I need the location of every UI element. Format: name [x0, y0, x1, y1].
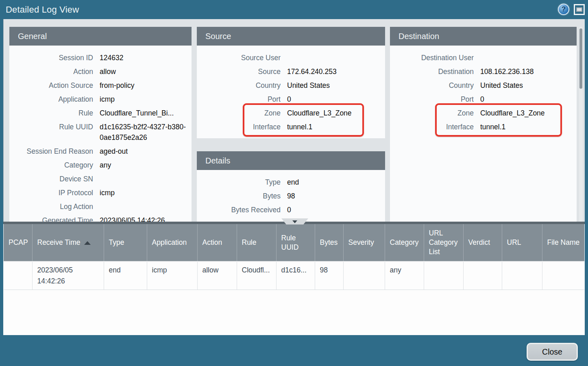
- field-row: Log Action: [9, 200, 192, 214]
- table-cell: [4, 261, 32, 290]
- table-row[interactable]: 2023/06/05 14:42:26endicmpallowCloudfl..…: [4, 261, 584, 290]
- field-row: Interfacetunnel.1: [197, 120, 385, 134]
- general-panel: General Session ID124632ActionallowActio…: [9, 27, 192, 222]
- scrollbar[interactable]: [579, 27, 583, 222]
- field-value: United States: [480, 80, 577, 91]
- close-button[interactable]: Close: [527, 343, 578, 361]
- field-value: 2023/06/05 14:42:26: [100, 215, 192, 222]
- detail-panels-area: General Session ID124632ActionallowActio…: [3, 19, 585, 222]
- table-cell: 98: [315, 261, 343, 290]
- field-label: Interface: [390, 122, 474, 132]
- column-header[interactable]: Category: [385, 224, 424, 261]
- field-label: Generated Time: [9, 215, 93, 222]
- table-cell: any: [385, 261, 424, 290]
- field-label: Action Source: [9, 80, 93, 91]
- table-cell: [463, 261, 502, 290]
- field-row: Source172.64.240.253: [197, 65, 385, 78]
- field-row: Categoryany: [9, 158, 192, 172]
- field-value: from-policy: [100, 80, 192, 91]
- field-row: RuleCloudflare_Tunnel_Bi...: [9, 106, 192, 120]
- field-value: 108.162.236.138: [480, 66, 577, 77]
- field-row: Device SN: [9, 172, 192, 186]
- field-label: Port: [390, 94, 474, 105]
- column-header[interactable]: Rule UUID: [276, 224, 315, 261]
- chevron-down-icon: [292, 220, 297, 223]
- column-header[interactable]: Action: [197, 224, 237, 261]
- field-label: Session End Reason: [9, 146, 93, 157]
- table-cell: Cloudfl...: [237, 261, 276, 290]
- table-cell: [424, 261, 463, 290]
- table-header-row: PCAPReceive TimeTypeApplicationActionRul…: [4, 224, 584, 261]
- field-row: Applicationicmp: [9, 92, 192, 106]
- source-panel-header: Source: [197, 27, 385, 46]
- detailed-log-view-dialog: Detailed Log View ? General Session ID12…: [0, 0, 588, 366]
- column-header[interactable]: Verdict: [463, 224, 502, 261]
- column-header[interactable]: Receive Time: [32, 224, 104, 261]
- column-header[interactable]: Bytes: [315, 224, 343, 261]
- field-row: Bytes Received0: [197, 203, 385, 217]
- field-row: CountryUnited States: [390, 78, 577, 92]
- field-value: aged-out: [100, 146, 192, 157]
- field-value: end: [287, 177, 385, 187]
- field-label: Action: [9, 66, 93, 77]
- field-value: 124632: [100, 52, 192, 63]
- field-label: Source User: [197, 52, 281, 63]
- field-value: d1c16235-b2f2-4327-b380-0ae1875e2a26: [100, 122, 192, 143]
- column-header[interactable]: Rule: [237, 224, 276, 261]
- column-header[interactable]: URL: [502, 224, 542, 261]
- field-value: [480, 52, 577, 63]
- field-row: ZoneCloudflare_L3_Zone: [197, 106, 385, 120]
- field-row: Destination108.162.236.138: [390, 65, 577, 78]
- source-panel-body: Source UserSource172.64.240.253CountryUn…: [197, 46, 385, 138]
- maximize-icon[interactable]: [574, 4, 585, 15]
- details-panel: Details TypeendBytes98Bytes Received0: [197, 151, 385, 222]
- field-label: Interface: [197, 122, 281, 132]
- field-label: Application: [9, 94, 93, 105]
- general-panel-body: Session ID124632ActionallowAction Source…: [9, 46, 192, 222]
- field-label: Type: [197, 177, 281, 187]
- field-row: Destination User: [390, 51, 577, 65]
- field-row: Rule UUIDd1c16235-b2f2-4327-b380-0ae1875…: [9, 120, 192, 144]
- field-value: 98: [287, 191, 385, 201]
- table-cell: 2023/06/05 14:42:26: [32, 261, 104, 290]
- field-row: Typeend: [197, 175, 385, 189]
- maximize-icon-glyph: [576, 7, 582, 12]
- source-panel: Source Source UserSource172.64.240.253Co…: [197, 27, 385, 138]
- details-panel-body: TypeendBytes98Bytes Received0: [197, 170, 385, 222]
- scrollbar-thumb[interactable]: [579, 28, 582, 89]
- column-header[interactable]: Severity: [343, 224, 385, 261]
- field-value: any: [100, 160, 192, 170]
- field-label: Country: [197, 80, 281, 91]
- field-value: 0: [287, 205, 385, 215]
- field-row: Source User: [197, 51, 385, 65]
- field-row: Bytes98: [197, 189, 385, 203]
- field-row: Session ID124632: [9, 51, 192, 65]
- field-label: Bytes Received: [197, 205, 281, 215]
- field-value: 0: [480, 94, 577, 105]
- field-label: Source: [197, 66, 281, 77]
- field-label: Destination User: [390, 52, 474, 63]
- column-header[interactable]: Application: [147, 224, 197, 261]
- field-row: Port0: [390, 92, 577, 106]
- table-cell: end: [104, 261, 147, 290]
- column-header[interactable]: Type: [104, 224, 147, 261]
- destination-panel: Destination Destination UserDestination1…: [390, 27, 577, 222]
- destination-panel-header: Destination: [390, 27, 577, 46]
- field-value: allow: [100, 66, 192, 77]
- field-value: icmp: [100, 187, 192, 198]
- field-label: Rule UUID: [9, 122, 93, 143]
- titlebar-icons: ?: [558, 4, 585, 15]
- help-icon[interactable]: ?: [558, 4, 569, 15]
- field-row: CountryUnited States: [197, 78, 385, 92]
- column-header[interactable]: PCAP: [4, 224, 32, 261]
- field-value: [287, 52, 385, 63]
- column-header[interactable]: URL Category List: [424, 224, 463, 261]
- column-header[interactable]: File Name: [542, 224, 584, 261]
- field-value: 0: [287, 94, 385, 105]
- destination-panel-body: Destination UserDestination108.162.236.1…: [390, 46, 577, 222]
- field-value: Cloudflare_L3_Zone: [287, 108, 385, 118]
- field-value: icmp: [100, 94, 192, 105]
- table-cell: [502, 261, 542, 290]
- field-value: [100, 174, 192, 184]
- field-label: Country: [390, 80, 474, 91]
